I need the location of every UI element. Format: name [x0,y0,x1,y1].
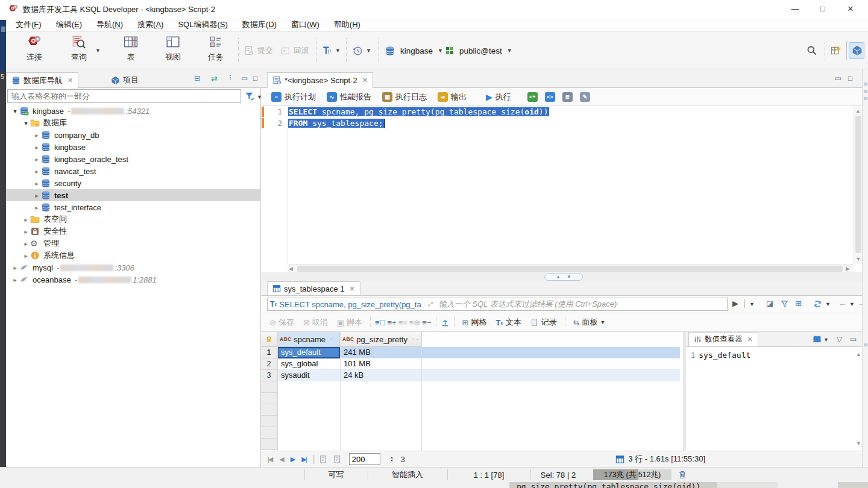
query-dropdown-caret[interactable]: ▼ [95,48,101,54]
minimize-viewer-icon[interactable]: ▭ [850,335,857,343]
word-wrap-book-icon[interactable] [813,335,822,344]
new-sql-console-icon[interactable]: <+ [527,92,538,102]
row-number[interactable]: 2 [261,358,277,370]
record-mode-button[interactable]: 记录 [527,317,561,328]
grid-mode-button[interactable]: ⊞ 网格 [459,317,491,328]
menu-item-0[interactable]: 文件(F) [8,18,49,31]
apply-filter-caret[interactable]: ▼ [749,301,755,307]
expander-icon[interactable]: ▾ [11,108,19,114]
query-button[interactable]: 查询 [61,34,96,67]
heap-memory-indicator[interactable]: 173兆 (共 512兆) [593,469,671,480]
tree-item-navicat_test[interactable]: ▸navicat_test [6,165,261,177]
copy-row-icon[interactable]: ≡⊕ [409,318,420,327]
performance-report-button[interactable]: ∿ 性能报告 [322,92,376,102]
history-button[interactable]: ▼ [352,32,371,69]
tree-item-security[interactable]: ▸security [6,177,261,189]
expander-icon[interactable]: ▸ [33,204,41,211]
splitter-up-icon[interactable]: ▲ [556,274,561,280]
tree-item-表空间[interactable]: ▸表空间 [6,213,261,225]
view-button[interactable]: 视图 [156,34,190,67]
script-list-icon[interactable]: ≣ [562,92,573,102]
edit-cell-icon[interactable]: ≡⃪ [375,318,385,327]
tree-item-安全性[interactable]: ▸安全性 [6,225,261,237]
fetch-next-segment-icon[interactable] [319,455,328,464]
minimize-panel-icon[interactable]: ▭ [241,74,248,83]
menu-item-7[interactable]: 帮助(H) [327,18,368,31]
link-with-editor-icon[interactable]: ⇄ [211,74,218,83]
maximize-button[interactable]: □ [809,0,837,18]
transaction-mode-button[interactable]: ▼ [322,32,341,69]
grid-cell[interactable]: 241 MB [340,347,421,358]
menu-item-4[interactable]: SQL编辑器(S) [171,18,234,31]
database-selector[interactable]: kingbase ▼ [385,32,443,69]
cancel-button[interactable]: ⊠ 取消 [300,317,332,328]
minimize-button[interactable]: — [781,0,809,18]
sql-console-icon[interactable]: <> [545,92,555,102]
book-caret[interactable]: ▼ [823,337,829,343]
grid-settings-icon[interactable]: ⊞ [795,299,802,308]
save-button[interactable]: ⊘ 保存 [266,317,298,328]
active-perspective-button[interactable] [849,42,864,59]
table-row[interactable]: 1sys_default241 MB [261,347,680,358]
tree-item-test[interactable]: ▸test [6,189,261,201]
view-menu-icon[interactable]: ⁝ [229,73,231,81]
result-data-grid[interactable]: ABCspcnameABCpg_size_pretty1sys_default2… [261,332,680,451]
close-icon[interactable]: ✕ [747,336,753,343]
expander-icon[interactable]: ▸ [33,156,41,163]
output-button[interactable]: ➜ 输出 [433,92,471,102]
expand-filter-icon[interactable]: ⤢ [424,301,436,308]
expander-icon[interactable]: ▸ [22,240,30,247]
next-page-icon[interactable]: ▶ [288,455,297,463]
collapse-all-icon[interactable]: ⊟ [194,74,200,83]
grid-cell[interactable]: sys_global [277,358,340,370]
menu-item-3[interactable]: 搜索(A) [130,18,171,31]
collapse-viewer-icon[interactable]: ▽ [837,335,842,343]
editor-results-splitter[interactable]: ▲ ▼ [261,272,862,281]
column-header-spcname[interactable]: ABCspcname [277,332,340,347]
tree-item-oceanbase[interactable]: ▸oceanbase- 1:2881 [6,274,261,286]
database-dropdown-caret[interactable]: ▼ [438,48,443,54]
menu-item-2[interactable]: 导航(N) [89,18,130,31]
column-filter-icon[interactable] [412,336,414,343]
expander-icon[interactable]: ▸ [22,228,30,235]
execute-button[interactable]: ▶ 执行 [482,92,515,102]
close-icon[interactable]: ✕ [362,77,368,84]
grid-cell[interactable]: sys_default [277,347,340,358]
duplicate-row-icon[interactable]: ≡× [398,318,407,327]
expander-icon[interactable]: ▸ [33,144,41,151]
export-icon[interactable] [441,318,450,327]
fetch-size-input[interactable] [349,453,380,465]
fetch-count-icon[interactable] [388,455,396,463]
row-number[interactable] [261,381,277,393]
transaction-dropdown-caret[interactable]: ▼ [335,48,341,54]
value-viewer-content[interactable]: 1sys_default [691,351,750,360]
minimize-editor-icon[interactable]: ▭ [835,74,841,83]
close-button[interactable]: ✕ [837,0,864,18]
tree-item-mysql[interactable]: ▸mysql- :3306 [6,261,261,274]
sql-code-editor[interactable]: 1SELECT spcname, pg_size_pretty(pg_table… [261,106,862,264]
column-sort-icon[interactable] [417,336,418,343]
column-header-pg_size_pretty[interactable]: ABCpg_size_pretty [340,332,421,347]
row-number[interactable] [261,393,277,404]
fetch-all-icon[interactable] [333,455,342,464]
schema-dropdown-caret[interactable]: ▼ [507,48,512,54]
viewer-scroll-up[interactable]: ▲ [856,351,861,357]
garbage-collect-trash-icon[interactable] [678,470,687,480]
tab-projects[interactable]: 项目 [106,72,143,88]
column-sort-icon[interactable] [335,336,337,343]
apply-filter-button[interactable]: ▶ [732,299,738,308]
last-page-icon[interactable]: ▶| [298,455,309,463]
row-number[interactable] [261,416,277,427]
grid-cell[interactable]: 101 MB [340,358,421,370]
menu-item-5[interactable]: 数据库(D) [235,18,284,31]
rollback-button[interactable]: 回滚 [280,32,309,69]
tab-result-set[interactable]: sys_tablespace 1 ✕ [267,281,360,295]
close-icon[interactable]: ✕ [68,77,73,84]
filter-funnel-icon[interactable] [245,91,255,101]
commit-button[interactable]: 提交 [244,32,273,69]
tab-value-viewer[interactable]: 数值查看器 ✕ [688,332,758,346]
tree-item-数据库[interactable]: ▾数据库 [6,117,261,129]
row-number[interactable]: 1 [261,347,277,358]
schema-selector[interactable]: public@test ▼ [445,32,512,69]
splitter-handle[interactable]: ▲ ▼ [544,273,583,281]
